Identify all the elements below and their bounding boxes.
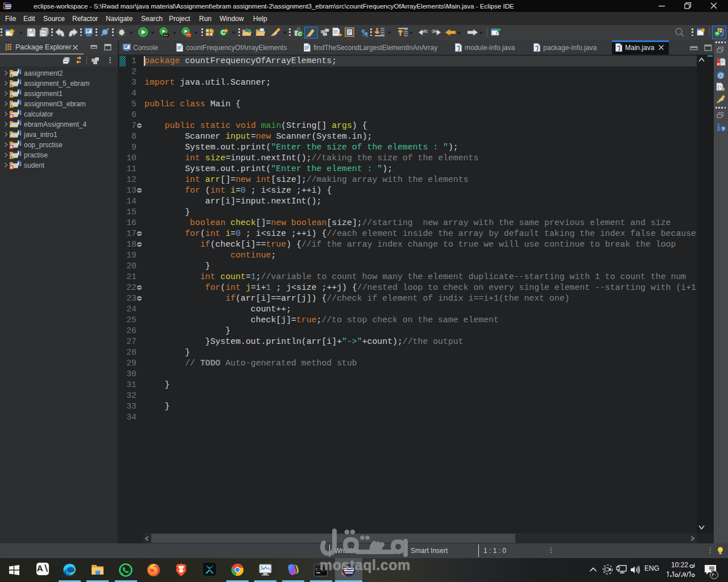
- svg-text:C: C: [298, 31, 302, 37]
- svg-text:?: ?: [722, 126, 725, 132]
- svg-text:¶: ¶: [365, 31, 368, 38]
